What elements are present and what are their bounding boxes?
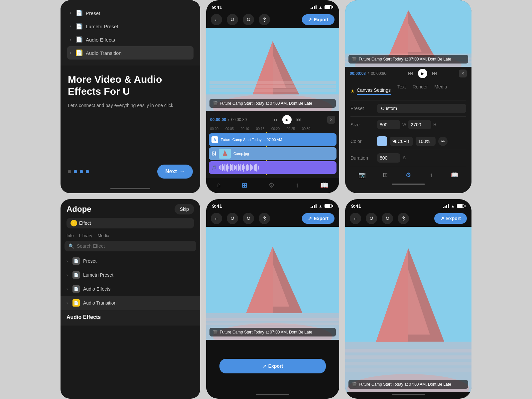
height-unit: H — [433, 122, 436, 127]
canvas-star-icon: ★ — [350, 88, 355, 94]
canvas-rewind-btn[interactable]: ⏮ — [408, 70, 413, 76]
video-caption-2: 🎬 Future Camp Start Today at 07:00 AM, D… — [209, 328, 336, 336]
track-audio[interactable]: 🎵 — [209, 161, 336, 174]
home-indicator-2 — [256, 394, 289, 395]
menu-item-audio-effects[interactable]: › 📄 Audio Effects — [67, 33, 194, 46]
timer-button[interactable]: ⏱ — [259, 14, 270, 25]
back-button[interactable]: ← — [211, 14, 222, 25]
video-caption: 🎬 Future Camp Start Today at 07:00 AM, D… — [209, 99, 336, 108]
large-export-button[interactable]: ↗ Export — [219, 359, 326, 373]
redo-button[interactable]: ↻ — [243, 14, 254, 25]
width-unit: W — [402, 122, 406, 127]
color-hex-input[interactable] — [390, 137, 413, 146]
rewind-button[interactable]: ⏮ — [272, 117, 278, 123]
timer-btn-3[interactable]: ⏱ — [398, 213, 409, 224]
fastforward-button[interactable]: ⏭ — [296, 117, 302, 123]
back-btn-3[interactable]: ← — [350, 213, 361, 224]
effect-tabs: Info Library Media — [61, 232, 200, 241]
undo-btn-3[interactable]: ↺ — [366, 213, 377, 224]
card-large-preview: 9:41 ▲ ← ↺ — [345, 199, 471, 399]
ruler-mark-0: 00:00 — [210, 127, 225, 131]
preset-label: Preset — [86, 10, 100, 16]
tab-render[interactable]: Render — [413, 84, 428, 97]
video-preview: 🎬 Future Camp Start Today at 07:00 AM, D… — [206, 28, 339, 111]
effect-menu-audio-transition[interactable]: › 📄 Audio Transition — [61, 296, 200, 310]
preset-input[interactable] — [377, 104, 466, 113]
menu-item-lumetri[interactable]: › 📄 Lumetri Preset — [67, 20, 194, 33]
canvas-play-btn[interactable]: ▶ — [418, 69, 427, 78]
export-btn-2[interactable]: ↗ Export — [302, 213, 334, 224]
close-small-button[interactable]: ✕ — [327, 116, 335, 124]
canvas-ff-btn[interactable]: ⏭ — [432, 70, 437, 76]
wave-bar — [239, 166, 240, 170]
undo-button[interactable]: ↺ — [227, 14, 238, 25]
canvas-settings-panel: ★ Canvas Settings Text Render Media Pres… — [345, 80, 471, 193]
size-inputs: W H — [377, 120, 436, 129]
large-export-icon: ↗ — [262, 363, 266, 369]
wave-bar — [227, 164, 228, 172]
canvas-close-btn[interactable]: ✕ — [459, 69, 467, 77]
color-swatch[interactable] — [377, 136, 387, 146]
tab-media[interactable]: Media — [97, 233, 109, 238]
camera-icon[interactable]: 📷 — [356, 169, 368, 181]
status-bar-2: 9:41 ▲ — [206, 199, 339, 210]
color-pct-input[interactable] — [416, 137, 436, 146]
tab-canvas-settings[interactable]: Canvas Settings — [357, 87, 391, 95]
back-btn-2[interactable]: ← — [211, 213, 222, 224]
audio-effects-title: Audio Effects — [66, 314, 194, 320]
duration-input[interactable] — [377, 153, 400, 163]
export-button[interactable]: ↗ Export — [302, 14, 334, 25]
tab-library[interactable]: Library — [79, 233, 92, 238]
preset-row: Preset — [350, 100, 466, 117]
track-video[interactable]: 🖼 Camp.jpg — [209, 147, 336, 160]
search-effect-input[interactable] — [77, 243, 192, 249]
upload-icon[interactable]: ↑ — [296, 181, 299, 189]
play-button[interactable]: ▶ — [282, 115, 292, 124]
track-text[interactable]: A Future Camp Start Today at 07:00 AM — [209, 133, 336, 146]
ruler-mark-3: 00:15 — [256, 127, 271, 131]
tab-media[interactable]: Media — [435, 84, 447, 97]
skip-button[interactable]: Skip — [175, 204, 194, 214]
wave-bar — [219, 166, 220, 169]
home-icon[interactable]: ⌂ — [217, 181, 221, 189]
lumetri-icon: 📄 — [72, 271, 80, 279]
grid-icon[interactable]: ⊞ — [242, 181, 247, 189]
home-indicator-3 — [392, 394, 425, 395]
thumb-svg — [219, 149, 231, 159]
settings-canvas-icon[interactable]: ⚙ — [402, 169, 414, 181]
grid-canvas-icon[interactable]: ⊞ — [379, 169, 391, 181]
settings-icon[interactable]: ⚙ — [269, 181, 275, 189]
export-btn-3[interactable]: ↗ Export — [434, 213, 467, 224]
height-input[interactable] — [408, 120, 431, 129]
menu-item-audio-transition[interactable]: › 📄 Audio Transition — [67, 46, 194, 60]
pagination-dots — [68, 170, 89, 173]
menu-item-preset[interactable]: › 📄 Preset — [67, 6, 194, 20]
svg-rect-26 — [206, 323, 339, 325]
eye-icon-button[interactable]: 👁 — [438, 137, 448, 146]
redo-btn-2[interactable]: ↻ — [243, 213, 254, 224]
timeline-section: 00:00:08 / 00:00:80 ⏮ ▶ ⏭ ✕ 00:00 00:05 … — [206, 111, 339, 178]
wave-bar — [244, 166, 245, 169]
lumetri-file-icon: 📄 — [76, 23, 82, 30]
book-canvas-icon[interactable]: 📖 — [449, 169, 461, 181]
wave-bar — [248, 165, 249, 170]
ruler-mark-6: 00:30 — [302, 127, 317, 131]
effect-menu-lumetri[interactable]: › 📄 Lumetri Preset — [61, 268, 200, 282]
next-button[interactable]: Next → — [157, 165, 193, 179]
wave-bar — [258, 166, 259, 170]
audio-effects-section: Audio Effects — [61, 310, 200, 326]
effect-menu-preset[interactable]: › 📄 Preset — [61, 254, 200, 268]
timer-btn-2[interactable]: ⏱ — [259, 213, 270, 224]
undo-btn-2[interactable]: ↺ — [227, 213, 238, 224]
preset-icon: 📄 — [72, 257, 80, 265]
wave-bar — [242, 165, 243, 170]
share-canvas-icon[interactable]: ↑ — [426, 169, 438, 181]
width-input[interactable] — [377, 120, 400, 129]
redo-btn-3[interactable]: ↻ — [382, 213, 393, 224]
tab-text[interactable]: Text — [397, 84, 406, 97]
effect-menu-audio-effects[interactable]: › 📄 Audio Effects — [61, 282, 200, 296]
library-icon[interactable]: 📖 — [320, 181, 329, 189]
chevron-icon: › — [66, 287, 68, 291]
status-time-3: 9:41 — [351, 203, 361, 209]
tab-info[interactable]: Info — [66, 233, 74, 238]
